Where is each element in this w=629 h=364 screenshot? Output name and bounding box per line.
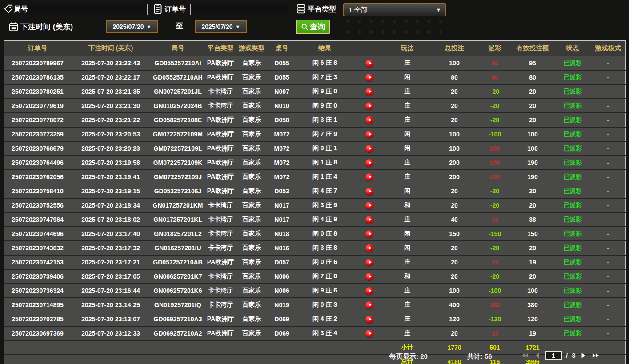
play-video-icon[interactable] [365,159,373,167]
play-video-icon[interactable] [365,316,373,323]
cell-table-no: D069 [267,312,296,326]
col-header-play-type: 玩法 [385,40,429,56]
play-video-icon[interactable] [365,131,373,138]
cell-order: 250720230768679 [4,141,71,156]
cell-result: 闲 3 庄 1 [296,113,353,127]
cell-status: 已派彩 [555,127,590,141]
cell-time: 2025-07-20 23:19:15 [71,184,151,198]
play-video-icon[interactable] [365,330,373,337]
play-video-icon[interactable] [365,102,373,110]
play-video-icon[interactable] [365,244,373,252]
play-video-icon[interactable] [365,202,373,209]
cell-time: 2025-07-20 23:16:44 [71,284,151,298]
table-row: 2507202307732592025-07-20 23:20:53GM0722… [4,127,626,141]
cell-game-mode: - [590,255,626,269]
play-video-cell [353,269,385,284]
search-button[interactable]: 查询 [296,20,330,34]
cell-time: 2025-07-20 23:17:32 [71,241,151,255]
cell-game-type: 百家乐 [236,198,267,212]
previous-page-icon[interactable] [533,352,541,360]
cell-play-type: 闲 [385,184,429,198]
order-number-label: 订单号 [164,5,186,14]
col-header-platform: 平台类型 [205,40,236,56]
cell-game-mode: - [590,227,626,241]
play-video-icon[interactable] [365,116,373,124]
cell-result: 闲 0 庄 8 [296,227,353,241]
cell-game-mode: - [590,241,626,255]
cell-table-no: M072 [267,156,296,170]
cell-total-bet: 20 [429,113,479,127]
cell-total-bet: 20 [429,184,479,198]
cell-platform: 卡卡湾厅 [205,198,236,212]
play-video-icon[interactable] [365,74,373,81]
play-video-icon[interactable] [365,88,373,96]
bet-time-label: 下注时间 (美东) [20,23,73,32]
page-number-input[interactable] [545,351,562,360]
cell-order: 250720230778072 [4,113,71,127]
cell-order: 250720230747984 [4,212,71,227]
cell-platform: 卡卡湾厅 [205,241,236,255]
date-from-value: 2025/07/20 [113,23,144,30]
chevron-down-icon: ▼ [147,24,152,29]
cell-valid-bet: 20 [510,241,555,255]
cell-status: 已派彩 [555,156,590,170]
cell-round: GD057257210AB [151,255,205,269]
play-video-icon[interactable] [365,230,373,238]
last-page-icon[interactable] [592,352,600,360]
cell-payout: -20 [479,269,510,284]
table-row: 2507202307620562025-07-20 23:19:41GM0722… [4,170,626,184]
play-video-icon[interactable] [365,188,373,195]
cell-valid-bet: 95 [510,56,555,70]
cell-game-mode: - [590,141,626,156]
platform-type-select[interactable]: 1.全部 ▼ [343,3,446,16]
chevron-down-icon: ▼ [236,24,240,29]
play-video-icon[interactable] [365,173,373,181]
cell-valid-bet: 190 [510,156,555,170]
cell-result: 闲 0 庄 3 [296,298,353,312]
cell-round: GN019257201IQ [151,298,205,312]
total-pages: 3 [572,352,575,359]
cell-platform: PA欧洲厅 [205,184,236,198]
cell-platform: 卡卡湾厅 [205,227,236,241]
play-video-icon[interactable] [365,301,373,309]
cell-result: 闲 7 庄 9 [296,127,353,141]
cell-status: 已派彩 [555,269,590,284]
play-video-icon[interactable] [365,60,373,67]
play-video-icon[interactable] [365,287,373,295]
cell-game-mode: - [590,170,626,184]
cell-table-no: N017 [267,198,296,212]
play-video-icon[interactable] [365,273,373,280]
cell-order: 250720230742153 [4,255,71,269]
play-video-icon[interactable] [365,216,373,224]
cell-total-bet: 100 [429,127,479,141]
cell-valid-bet: 80 [510,70,555,84]
cell-game-type: 百家乐 [236,170,267,184]
play-video-icon[interactable] [365,145,373,152]
cell-game-type: 百家乐 [236,84,267,99]
cell-platform: 卡卡湾厅 [205,212,236,227]
cell-platform: PA欧洲厅 [205,156,236,170]
cell-game-type: 百家乐 [236,255,267,269]
cell-game-type: 百家乐 [236,99,267,113]
date-from-picker[interactable]: 2025/07/20 ▼ [106,20,158,33]
cell-payout: -20 [479,198,510,212]
table-header-row: 订单号 下注时间 (美东) 局号 平台类型 游戏类型 桌号 结果 玩法 总投注 … [4,40,626,56]
cell-order: 250720230762056 [4,170,71,184]
cell-platform: 卡卡湾厅 [205,284,236,298]
play-video-icon[interactable] [365,259,373,266]
cell-total-bet: 40 [429,212,479,227]
table-row: 2507202307796192025-07-20 23:21:30GN0102… [4,99,626,113]
cell-status: 已派彩 [555,113,590,127]
round-number-input[interactable] [28,4,148,15]
table-row: 2507202307584102025-07-20 23:19:15GD0532… [4,184,626,198]
cell-round: GN017257201KL [151,212,205,227]
cell-status: 已派彩 [555,56,590,70]
next-page-icon[interactable] [580,352,588,360]
date-to-picker[interactable]: 2025/07/20 ▼ [195,20,247,33]
cell-play-type: 闲 [385,227,429,241]
first-page-icon[interactable] [521,352,529,360]
col-header-game-mode: 游戏模式 [590,40,626,56]
play-video-cell [353,284,385,298]
cell-status: 已派彩 [555,298,590,312]
order-number-input[interactable] [190,4,288,15]
